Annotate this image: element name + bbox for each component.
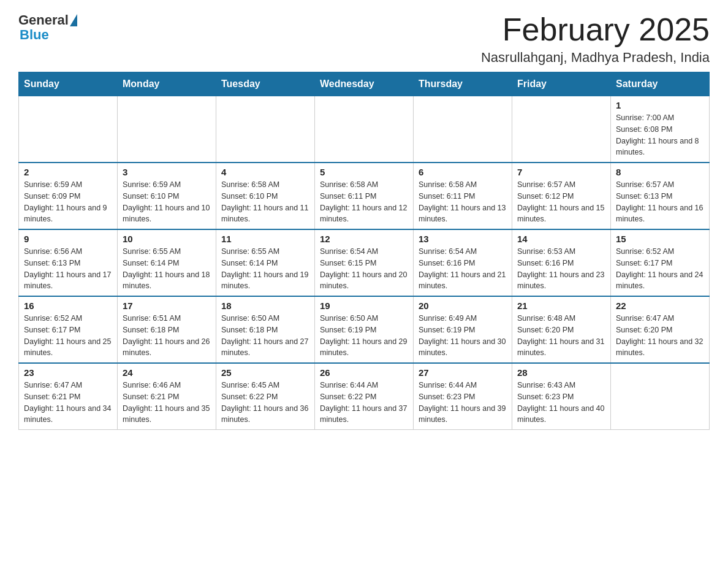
day-of-week-header: Thursday: [414, 72, 512, 96]
logo-blue-text: Blue: [20, 27, 49, 43]
calendar-day-cell: 17Sunrise: 6:51 AM Sunset: 6:18 PM Dayli…: [118, 296, 216, 363]
calendar-day-cell: 14Sunrise: 6:53 AM Sunset: 6:16 PM Dayli…: [512, 229, 611, 296]
calendar-day-cell: 18Sunrise: 6:50 AM Sunset: 6:18 PM Dayli…: [216, 296, 315, 363]
day-of-week-header: Saturday: [611, 72, 710, 96]
day-number: 26: [320, 367, 408, 378]
day-number: 13: [419, 234, 507, 244]
day-number: 2: [24, 167, 112, 177]
calendar-day-cell: [414, 96, 512, 163]
day-number: 12: [320, 234, 408, 244]
day-info: Sunrise: 6:53 AM Sunset: 6:16 PM Dayligh…: [517, 246, 605, 292]
day-info: Sunrise: 6:59 AM Sunset: 6:10 PM Dayligh…: [123, 179, 211, 225]
day-number: 10: [123, 234, 211, 244]
calendar-week-row: 9Sunrise: 6:56 AM Sunset: 6:13 PM Daylig…: [19, 229, 710, 296]
day-number: 23: [24, 367, 112, 378]
calendar-day-cell: 8Sunrise: 6:57 AM Sunset: 6:13 PM Daylig…: [611, 163, 710, 229]
day-info: Sunrise: 6:52 AM Sunset: 6:17 PM Dayligh…: [24, 313, 112, 359]
calendar-day-cell: 6Sunrise: 6:58 AM Sunset: 6:11 PM Daylig…: [414, 163, 512, 229]
calendar-day-cell: 2Sunrise: 6:59 AM Sunset: 6:09 PM Daylig…: [19, 163, 118, 229]
calendar-week-row: 23Sunrise: 6:47 AM Sunset: 6:21 PM Dayli…: [19, 363, 710, 430]
day-info: Sunrise: 6:51 AM Sunset: 6:18 PM Dayligh…: [123, 313, 211, 359]
logo: General Blue: [18, 12, 77, 43]
day-number: 3: [123, 167, 211, 177]
day-number: 9: [24, 234, 112, 244]
day-info: Sunrise: 6:44 AM Sunset: 6:22 PM Dayligh…: [320, 380, 408, 426]
logo-triangle-icon: [70, 14, 77, 26]
day-number: 25: [221, 367, 309, 378]
calendar-day-cell: 23Sunrise: 6:47 AM Sunset: 6:21 PM Dayli…: [19, 363, 118, 430]
day-info: Sunrise: 6:47 AM Sunset: 6:20 PM Dayligh…: [616, 313, 704, 359]
day-of-week-header: Wednesday: [315, 72, 414, 96]
calendar-day-cell: 25Sunrise: 6:45 AM Sunset: 6:22 PM Dayli…: [216, 363, 315, 430]
calendar-day-cell: 9Sunrise: 6:56 AM Sunset: 6:13 PM Daylig…: [19, 229, 118, 296]
day-info: Sunrise: 6:54 AM Sunset: 6:15 PM Dayligh…: [320, 246, 408, 292]
day-number: 11: [221, 234, 309, 244]
day-info: Sunrise: 6:56 AM Sunset: 6:13 PM Dayligh…: [24, 246, 112, 292]
calendar-week-row: 16Sunrise: 6:52 AM Sunset: 6:17 PM Dayli…: [19, 296, 710, 363]
day-number: 21: [517, 301, 605, 311]
calendar-day-cell: 28Sunrise: 6:43 AM Sunset: 6:23 PM Dayli…: [512, 363, 611, 430]
calendar-week-row: 2Sunrise: 6:59 AM Sunset: 6:09 PM Daylig…: [19, 163, 710, 229]
day-info: Sunrise: 7:00 AM Sunset: 6:08 PM Dayligh…: [616, 112, 704, 158]
calendar-day-cell: [216, 96, 315, 163]
calendar-day-cell: 27Sunrise: 6:44 AM Sunset: 6:23 PM Dayli…: [414, 363, 512, 430]
calendar-day-cell: 12Sunrise: 6:54 AM Sunset: 6:15 PM Dayli…: [315, 229, 414, 296]
day-number: 7: [517, 167, 605, 177]
day-info: Sunrise: 6:59 AM Sunset: 6:09 PM Dayligh…: [24, 179, 112, 225]
day-info: Sunrise: 6:46 AM Sunset: 6:21 PM Dayligh…: [123, 380, 211, 426]
calendar-day-cell: 15Sunrise: 6:52 AM Sunset: 6:17 PM Dayli…: [611, 229, 710, 296]
location-title: Nasrullahganj, Madhya Pradesh, India: [481, 50, 710, 66]
calendar-day-cell: [118, 96, 216, 163]
calendar-day-cell: 11Sunrise: 6:55 AM Sunset: 6:14 PM Dayli…: [216, 229, 315, 296]
calendar-day-cell: 16Sunrise: 6:52 AM Sunset: 6:17 PM Dayli…: [19, 296, 118, 363]
day-info: Sunrise: 6:57 AM Sunset: 6:13 PM Dayligh…: [616, 179, 704, 225]
calendar-day-cell: 21Sunrise: 6:48 AM Sunset: 6:20 PM Dayli…: [512, 296, 611, 363]
calendar-day-cell: [19, 96, 118, 163]
day-number: 4: [221, 167, 309, 177]
calendar-day-cell: 10Sunrise: 6:55 AM Sunset: 6:14 PM Dayli…: [118, 229, 216, 296]
calendar-day-cell: 4Sunrise: 6:58 AM Sunset: 6:10 PM Daylig…: [216, 163, 315, 229]
day-info: Sunrise: 6:48 AM Sunset: 6:20 PM Dayligh…: [517, 313, 605, 359]
day-info: Sunrise: 6:47 AM Sunset: 6:21 PM Dayligh…: [24, 380, 112, 426]
day-number: 6: [419, 167, 507, 177]
day-info: Sunrise: 6:58 AM Sunset: 6:10 PM Dayligh…: [221, 179, 309, 225]
day-number: 8: [616, 167, 704, 177]
day-info: Sunrise: 6:58 AM Sunset: 6:11 PM Dayligh…: [320, 179, 408, 225]
day-number: 19: [320, 301, 408, 311]
day-info: Sunrise: 6:49 AM Sunset: 6:19 PM Dayligh…: [419, 313, 507, 359]
day-info: Sunrise: 6:50 AM Sunset: 6:19 PM Dayligh…: [320, 313, 408, 359]
day-number: 1: [616, 100, 704, 110]
day-info: Sunrise: 6:50 AM Sunset: 6:18 PM Dayligh…: [221, 313, 309, 359]
calendar-day-cell: 24Sunrise: 6:46 AM Sunset: 6:21 PM Dayli…: [118, 363, 216, 430]
day-number: 14: [517, 234, 605, 244]
day-of-week-header: Friday: [512, 72, 611, 96]
day-number: 27: [419, 367, 507, 378]
title-area: February 2025 Nasrullahganj, Madhya Prad…: [481, 12, 710, 66]
calendar-table: SundayMondayTuesdayWednesdayThursdayFrid…: [18, 72, 710, 430]
calendar-day-cell: 22Sunrise: 6:47 AM Sunset: 6:20 PM Dayli…: [611, 296, 710, 363]
day-info: Sunrise: 6:44 AM Sunset: 6:23 PM Dayligh…: [419, 380, 507, 426]
calendar-day-cell: 7Sunrise: 6:57 AM Sunset: 6:12 PM Daylig…: [512, 163, 611, 229]
day-number: 17: [123, 301, 211, 311]
day-number: 16: [24, 301, 112, 311]
calendar-day-cell: [512, 96, 611, 163]
day-info: Sunrise: 6:58 AM Sunset: 6:11 PM Dayligh…: [419, 179, 507, 225]
day-number: 24: [123, 367, 211, 378]
day-of-week-header: Monday: [118, 72, 216, 96]
calendar-day-cell: 20Sunrise: 6:49 AM Sunset: 6:19 PM Dayli…: [414, 296, 512, 363]
calendar-day-cell: [611, 363, 710, 430]
calendar-header-row: SundayMondayTuesdayWednesdayThursdayFrid…: [19, 72, 710, 96]
calendar-day-cell: 1Sunrise: 7:00 AM Sunset: 6:08 PM Daylig…: [611, 96, 710, 163]
calendar-day-cell: [315, 96, 414, 163]
day-info: Sunrise: 6:57 AM Sunset: 6:12 PM Dayligh…: [517, 179, 605, 225]
day-number: 5: [320, 167, 408, 177]
day-number: 15: [616, 234, 704, 244]
calendar-day-cell: 19Sunrise: 6:50 AM Sunset: 6:19 PM Dayli…: [315, 296, 414, 363]
day-of-week-header: Sunday: [19, 72, 118, 96]
day-number: 18: [221, 301, 309, 311]
page-header: General Blue February 2025 Nasrullahganj…: [18, 12, 710, 66]
day-info: Sunrise: 6:45 AM Sunset: 6:22 PM Dayligh…: [221, 380, 309, 426]
calendar-week-row: 1Sunrise: 7:00 AM Sunset: 6:08 PM Daylig…: [19, 96, 710, 163]
month-title: February 2025: [481, 12, 710, 47]
day-info: Sunrise: 6:55 AM Sunset: 6:14 PM Dayligh…: [221, 246, 309, 292]
